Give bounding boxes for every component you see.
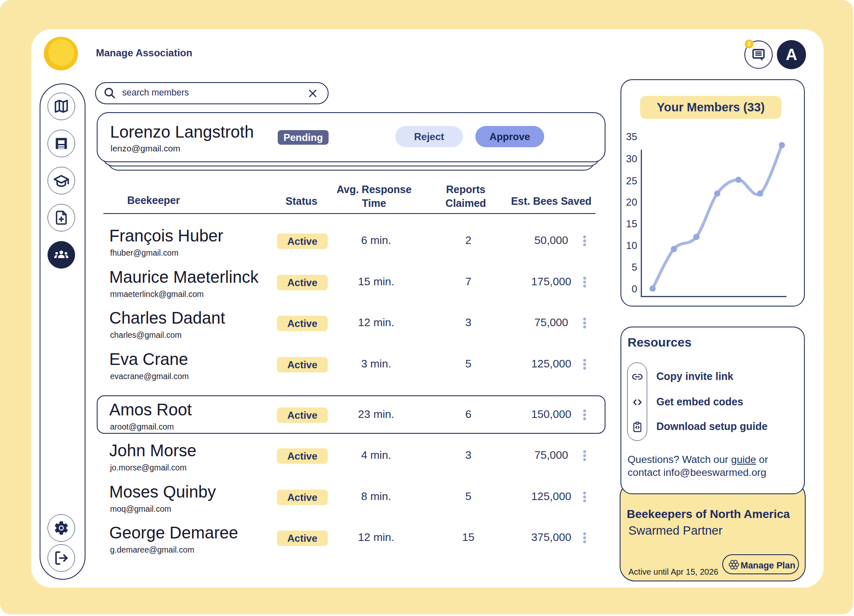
- svg-text:10: 10: [626, 240, 637, 251]
- svg-text:20: 20: [626, 196, 637, 208]
- svg-text:0: 0: [632, 283, 637, 294]
- svg-text:35: 35: [626, 131, 637, 142]
- svg-text:5: 5: [632, 261, 637, 273]
- svg-text:15: 15: [626, 218, 637, 229]
- svg-text:25: 25: [626, 175, 637, 186]
- svg-text:30: 30: [626, 153, 637, 164]
